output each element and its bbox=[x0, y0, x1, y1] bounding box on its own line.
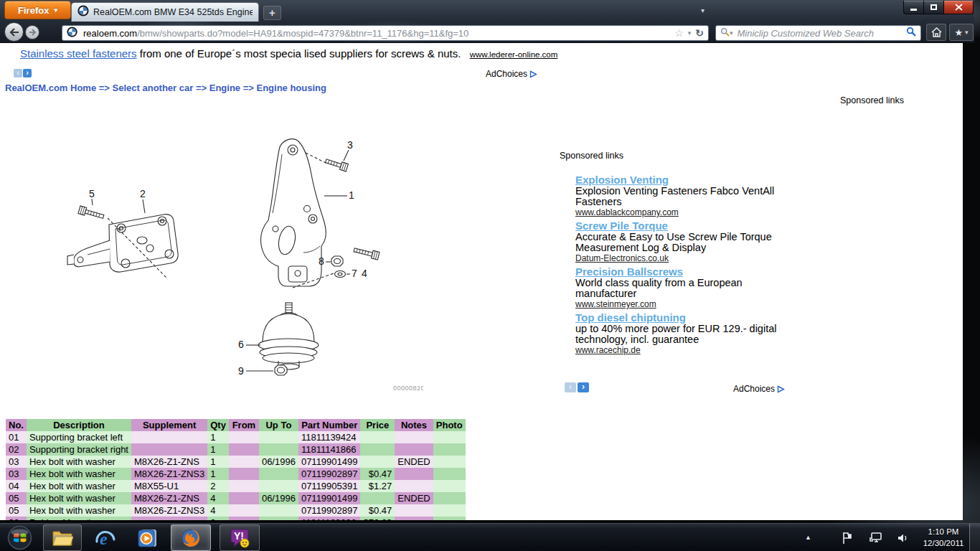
taskbar-explorer-button[interactable] bbox=[43, 524, 82, 551]
table-cell: M8X26-Z1-ZNS3 bbox=[131, 504, 207, 517]
page-content: Stainless steel fasteners from one of Eu… bbox=[0, 43, 963, 520]
table-cell: 06/1996 bbox=[259, 456, 298, 468]
table-cell: Hex bolt with washer bbox=[27, 492, 131, 504]
parts-diagram[interactable]: 3 1 5 2 8 7 4 6 9 00000820 bbox=[65, 133, 423, 405]
taskbar: e Y! bbox=[0, 523, 980, 551]
table-cell: 03 bbox=[6, 468, 27, 480]
breadcrumb: RealOEM.com Home => Select another car =… bbox=[5, 83, 326, 93]
ad-carousel-next-button[interactable]: › bbox=[23, 69, 32, 77]
taskbar-ie-button[interactable]: e bbox=[88, 524, 123, 551]
media-player-icon bbox=[136, 528, 158, 548]
search-input[interactable]: ▾ Miniclip Customized Web Search bbox=[715, 25, 921, 41]
table-cell bbox=[395, 504, 433, 517]
tray-show-hidden-icons[interactable]: ▲ bbox=[805, 534, 811, 541]
adchoices-top[interactable]: AdChoices bbox=[486, 69, 537, 79]
sponsored-ad-url[interactable]: Datum-Electronics.co.uk bbox=[575, 253, 782, 263]
table-cell bbox=[259, 468, 298, 480]
breadcrumb-link[interactable]: RealOEM.com Home bbox=[5, 83, 96, 93]
breadcrumb-link[interactable]: Engine bbox=[209, 83, 240, 93]
table-header-cell: Supplement bbox=[131, 419, 207, 431]
sponsored-ad-description: Explosion Venting Fasteners Fabco VentAl… bbox=[575, 186, 783, 207]
search-engine-dropdown-icon[interactable]: ▾ bbox=[730, 29, 733, 37]
table-cell: Hex bolt with washer bbox=[27, 468, 131, 480]
volume-icon[interactable] bbox=[894, 524, 913, 551]
restore-button[interactable] bbox=[924, 1, 943, 14]
sponsored-ad-title[interactable]: Top diesel chiptuning bbox=[575, 311, 782, 324]
ad-carousel-prev-button[interactable]: ‹ bbox=[14, 69, 22, 77]
search-engine-icon[interactable] bbox=[720, 27, 730, 39]
leader-5 bbox=[92, 199, 93, 205]
diagram-bolt-3 bbox=[325, 157, 349, 171]
search-placeholder: Miniclip Customized Web Search bbox=[738, 28, 906, 39]
back-button[interactable] bbox=[4, 22, 24, 42]
sponsored-ad-url[interactable]: www.racechip.de bbox=[575, 345, 782, 355]
action-center-flag-icon[interactable] bbox=[839, 524, 855, 551]
new-tab-button[interactable]: + bbox=[263, 6, 281, 20]
sponsored-ad-title[interactable]: Explosion Venting bbox=[575, 174, 782, 186]
bookmarks-button[interactable]: ★ ▾ bbox=[949, 24, 974, 41]
url-bar[interactable]: realoem.com /bmw/showparts.do?model=HA91… bbox=[62, 25, 709, 41]
top-ad-text: from one of Europe´s most specia lised s… bbox=[140, 47, 461, 60]
table-cell: Hex bolt with washer bbox=[27, 480, 131, 492]
diagram-nut-9 bbox=[275, 365, 287, 375]
table-cell: $0.47 bbox=[360, 504, 395, 517]
table-cell: 02 bbox=[6, 443, 27, 456]
sponsored-links-label: Sponsored links bbox=[560, 151, 782, 161]
adchoices-bottom[interactable]: AdChoices bbox=[733, 384, 785, 394]
table-cell: 05 bbox=[6, 492, 27, 504]
table-cell bbox=[360, 443, 395, 456]
network-icon[interactable] bbox=[867, 524, 885, 551]
show-desktop-button[interactable] bbox=[969, 524, 980, 551]
sponsored-carousel-prev-button[interactable]: ‹ bbox=[565, 382, 576, 392]
callout-2: 2 bbox=[140, 188, 146, 199]
sponsored-ad-title[interactable]: Precision Ballscrews bbox=[575, 265, 782, 278]
chevron-down-icon: ▾ bbox=[54, 6, 57, 14]
sponsored-ad-description: up to 40% more power for EUR 129.- digit… bbox=[575, 324, 783, 345]
sponsored-ad-title[interactable]: Screw Pile Torque bbox=[575, 220, 782, 232]
table-cell bbox=[229, 517, 259, 520]
close-button[interactable] bbox=[943, 1, 974, 14]
firefox-menu-button[interactable]: Firefox ▾ bbox=[4, 1, 71, 19]
taskbar-yahoo-messenger-button[interactable]: Y! bbox=[220, 524, 260, 551]
sponsored-ad-description: Accurate & Easy to Use Screw Pile Torque… bbox=[575, 232, 783, 253]
table-cell: 06/1996 bbox=[259, 492, 298, 504]
table-cell bbox=[395, 468, 433, 480]
tab-list-dropdown[interactable]: ▾ bbox=[701, 6, 705, 14]
sponsored-ad-url[interactable]: www.steinmeyer.com bbox=[575, 299, 782, 309]
sponsored-links-label-top: Sponsored links bbox=[840, 95, 904, 105]
minimize-button[interactable] bbox=[903, 1, 924, 14]
browser-tab[interactable]: RealOEM.com BMW E34 525tds Engine ... bbox=[71, 2, 259, 22]
table-cell: 11811129606 bbox=[298, 517, 361, 520]
table-row: 05Hex bolt with washerM8X26-Z1-ZNS340711… bbox=[6, 504, 466, 517]
taskbar-firefox-button[interactable] bbox=[171, 524, 211, 551]
top-ad-url[interactable]: www.lederer-online.com bbox=[470, 50, 558, 59]
explorer-icon bbox=[52, 529, 73, 547]
url-path: /bmw/showparts.do?model=HA91&mospid=4737… bbox=[137, 28, 672, 39]
callout-6: 6 bbox=[238, 339, 244, 350]
home-button[interactable] bbox=[926, 24, 946, 41]
table-cell: $0.47 bbox=[360, 468, 395, 480]
table-row: 03Hex bolt with washerM8X26-Z1-ZNS310711… bbox=[6, 468, 466, 480]
breadcrumb-separator: => bbox=[96, 83, 112, 93]
adchoices-label: AdChoices bbox=[733, 384, 775, 394]
top-ad-link[interactable]: Stainless steel fasteners bbox=[20, 47, 137, 60]
bookmark-star-icon[interactable]: ☆ bbox=[674, 27, 684, 39]
taskbar-media-player-button[interactable] bbox=[129, 524, 165, 551]
adchoices-icon bbox=[777, 385, 785, 393]
taskbar-clock[interactable]: 1:10 PM 12/30/2011 bbox=[920, 526, 966, 549]
url-dropdown-icon[interactable]: ▾ bbox=[688, 29, 692, 37]
reload-icon[interactable]: ↻ bbox=[695, 27, 704, 39]
forward-button[interactable] bbox=[25, 25, 39, 39]
table-cell: M8X26-Z1-ZNS bbox=[131, 492, 207, 504]
start-button[interactable] bbox=[7, 525, 32, 550]
breadcrumb-link[interactable]: Select another car bbox=[113, 83, 194, 93]
search-go-icon[interactable] bbox=[906, 27, 916, 39]
sponsored-ad-url[interactable]: www.dablackcompany.com bbox=[575, 207, 782, 217]
sponsored-carousel-next-button[interactable]: › bbox=[578, 382, 589, 392]
table-row: 05Hex bolt with washerM8X26-Z1-ZNS406/19… bbox=[6, 492, 466, 504]
breadcrumb-link[interactable]: Engine housing bbox=[256, 83, 326, 93]
table-cell: ENDED bbox=[395, 456, 433, 468]
table-cell bbox=[229, 468, 259, 480]
yahoo-messenger-icon: Y! bbox=[229, 527, 250, 549]
desktop-background: Firefox ▾ RealOEM.com BMW E34 525tds Eng… bbox=[0, 0, 980, 551]
